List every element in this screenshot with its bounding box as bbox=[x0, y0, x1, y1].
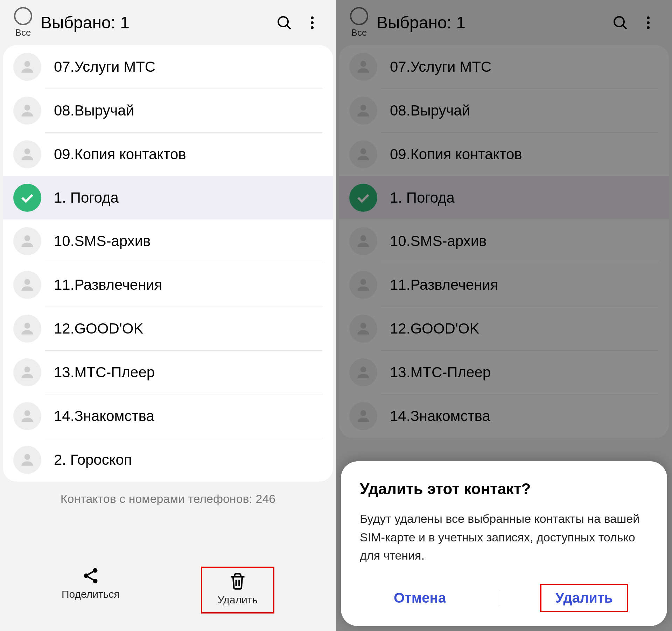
contact-name: 2. Гороскоп bbox=[54, 451, 132, 468]
trash-icon bbox=[229, 572, 247, 590]
svg-line-1 bbox=[287, 25, 290, 29]
contact-row[interactable]: 2. Гороскоп bbox=[3, 438, 333, 482]
more-vertical-icon bbox=[640, 14, 657, 31]
search-button[interactable] bbox=[610, 13, 630, 33]
more-button[interactable] bbox=[302, 13, 322, 33]
contact-row: 13.МТС-Плеер bbox=[339, 351, 669, 394]
contact-row: 09.Копия контактов bbox=[339, 133, 669, 176]
svg-point-31 bbox=[360, 323, 366, 329]
check-icon bbox=[349, 184, 377, 212]
search-button[interactable] bbox=[274, 13, 294, 33]
dialog-actions: Отмена Удалить bbox=[360, 584, 648, 612]
avatar-placeholder-icon bbox=[349, 402, 377, 430]
svg-point-3 bbox=[311, 21, 314, 24]
avatar-placeholder-icon bbox=[13, 402, 41, 430]
contact-row: 12.GOOD'OK bbox=[339, 307, 669, 350]
svg-point-27 bbox=[360, 105, 366, 111]
select-all-toggle[interactable]: Все bbox=[350, 7, 368, 38]
contact-name: 14.Знакомства bbox=[54, 408, 154, 425]
avatar-placeholder-icon bbox=[13, 315, 41, 343]
contact-row[interactable]: 10.SMS-архив bbox=[3, 219, 333, 263]
delete-label: Удалить bbox=[218, 594, 258, 606]
contact-name: 11.Развлечения bbox=[54, 276, 162, 293]
circle-icon bbox=[14, 7, 32, 25]
check-icon bbox=[13, 184, 41, 212]
contact-list: 07.Услуги МТС 08.Выручай 09.Копия контак… bbox=[339, 45, 669, 438]
svg-point-24 bbox=[647, 21, 650, 24]
avatar-placeholder-icon bbox=[349, 227, 377, 255]
svg-point-25 bbox=[647, 26, 650, 29]
contact-name: 12.GOOD'OK bbox=[390, 320, 479, 337]
confirm-delete-button[interactable]: Удалить bbox=[540, 584, 628, 612]
svg-line-18 bbox=[88, 577, 93, 580]
contact-row: 10.SMS-архив bbox=[339, 219, 669, 263]
contact-name: 10.SMS-архив bbox=[54, 233, 150, 250]
svg-point-28 bbox=[360, 148, 366, 154]
contact-list[interactable]: 07.Услуги МТС 08.Выручай 09.Копия контак… bbox=[3, 45, 333, 482]
select-all-label: Все bbox=[351, 27, 367, 38]
search-icon bbox=[276, 14, 293, 31]
avatar-placeholder-icon bbox=[13, 97, 41, 125]
avatar-placeholder-icon bbox=[349, 271, 377, 299]
screen-select-contacts: Все Выбрано: 1 07.Услуги МТС 08.Выручай … bbox=[0, 0, 336, 631]
contact-name: 1. Погода bbox=[390, 189, 455, 206]
contact-name: 12.GOOD'OK bbox=[54, 320, 143, 337]
share-button[interactable]: Поделиться bbox=[62, 567, 120, 614]
svg-point-10 bbox=[24, 323, 30, 329]
avatar-placeholder-icon bbox=[13, 53, 41, 81]
contact-name: 08.Выручай bbox=[390, 102, 470, 119]
avatar-placeholder-icon bbox=[349, 53, 377, 81]
svg-line-22 bbox=[623, 25, 626, 29]
avatar-placeholder-icon bbox=[13, 227, 41, 255]
bottom-bar: Поделиться Удалить bbox=[0, 556, 336, 631]
more-button[interactable] bbox=[638, 13, 658, 33]
contact-name: 08.Выручай bbox=[54, 102, 134, 119]
page-title: Выбрано: 1 bbox=[41, 13, 266, 32]
svg-point-4 bbox=[311, 26, 314, 29]
cancel-button[interactable]: Отмена bbox=[380, 585, 460, 611]
search-icon bbox=[612, 14, 629, 31]
contact-row[interactable]: 09.Копия контактов bbox=[3, 133, 333, 176]
select-all-toggle[interactable]: Все bbox=[14, 7, 32, 38]
contact-name: 09.Копия контактов bbox=[54, 146, 186, 163]
contact-row[interactable]: 07.Услуги МТС bbox=[3, 45, 333, 89]
contact-name: 07.Услуги МТС bbox=[54, 58, 155, 75]
footer-count: Контактов с номерами телефонов: 246 bbox=[0, 482, 336, 520]
avatar-placeholder-icon bbox=[349, 358, 377, 386]
svg-point-9 bbox=[24, 279, 30, 285]
contact-row: 11.Развлечения bbox=[339, 263, 669, 307]
header: Все Выбрано: 1 bbox=[0, 0, 336, 42]
page-title: Выбрано: 1 bbox=[377, 13, 602, 32]
contact-row[interactable]: 13.МТС-Плеер bbox=[3, 351, 333, 394]
more-vertical-icon bbox=[304, 14, 321, 31]
avatar-placeholder-icon bbox=[13, 271, 41, 299]
contact-row[interactable]: 14.Знакомства bbox=[3, 394, 333, 438]
screen-delete-dialog: Все Выбрано: 1 07.Услуги МТС 08.Выручай … bbox=[336, 0, 672, 631]
contact-name: 07.Услуги МТС bbox=[390, 58, 491, 75]
delete-button[interactable]: Удалить bbox=[201, 567, 275, 614]
contact-row: 14.Знакомства bbox=[339, 394, 669, 438]
contact-name: 09.Копия контактов bbox=[390, 146, 522, 163]
svg-point-30 bbox=[360, 279, 366, 285]
contact-row[interactable]: 12.GOOD'OK bbox=[3, 307, 333, 350]
svg-point-32 bbox=[360, 366, 366, 372]
contact-row-selected[interactable]: 1. Погода bbox=[3, 176, 333, 219]
svg-point-5 bbox=[24, 61, 30, 67]
svg-point-12 bbox=[24, 410, 30, 416]
svg-point-29 bbox=[360, 235, 366, 241]
svg-point-16 bbox=[93, 579, 97, 583]
svg-point-13 bbox=[24, 454, 30, 460]
select-all-label: Все bbox=[15, 27, 31, 38]
avatar-placeholder-icon bbox=[13, 446, 41, 474]
contact-row[interactable]: 08.Выручай bbox=[3, 89, 333, 132]
svg-point-8 bbox=[24, 235, 30, 241]
contact-row: 07.Услуги МТС bbox=[339, 45, 669, 89]
svg-point-15 bbox=[84, 574, 88, 578]
contact-row[interactable]: 11.Развлечения bbox=[3, 263, 333, 307]
svg-point-33 bbox=[360, 410, 366, 416]
share-label: Поделиться bbox=[62, 588, 120, 600]
share-icon bbox=[82, 567, 100, 585]
svg-point-11 bbox=[24, 366, 30, 372]
contact-name: 10.SMS-архив bbox=[390, 233, 486, 250]
divider bbox=[500, 590, 500, 606]
